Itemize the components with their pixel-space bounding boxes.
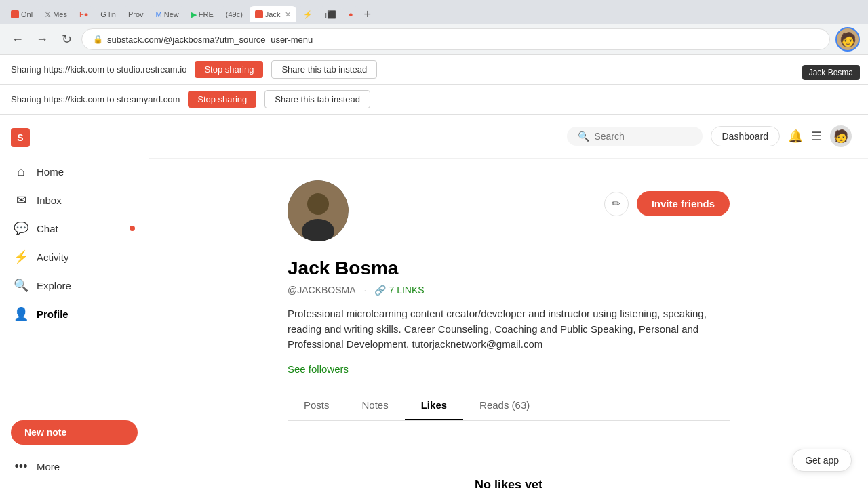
tab-8[interactable]: (49c) xyxy=(220,6,248,22)
tab-3[interactable]: F● xyxy=(74,6,94,22)
top-bar: 🔍 Dashboard 🔔 ☰ 🧑 xyxy=(149,115,868,159)
share-tab-button-2[interactable]: Share this tab instead xyxy=(264,90,370,108)
sidebar-item-explore[interactable]: 🔍 Explore xyxy=(0,271,149,300)
dashboard-button[interactable]: Dashboard xyxy=(711,126,781,146)
sharing-bar-2: Sharing https://kick.com to streamyard.c… xyxy=(0,85,868,115)
tab-posts[interactable]: Posts xyxy=(288,391,346,420)
sidebar: S ⌂ Home ✉ Inbox 💬 Chat ⚡ Activity 🔍 xyxy=(0,115,149,488)
search-box[interactable]: 🔍 xyxy=(567,127,703,146)
tab-7[interactable]: ▶FRE xyxy=(186,6,219,22)
sidebar-item-explore-label: Explore xyxy=(37,280,71,291)
sidebar-item-chat[interactable]: 💬 Chat xyxy=(0,214,149,243)
explore-icon: 🔍 xyxy=(14,278,28,293)
home-icon: ⌂ xyxy=(14,165,28,179)
tab-5[interactable]: Prov xyxy=(123,6,149,22)
stop-sharing-button-1[interactable]: Stop sharing xyxy=(195,61,263,78)
profile-tabs: Posts Notes Likes Reads (63) xyxy=(288,391,730,421)
tab-6[interactable]: MNew xyxy=(151,6,184,22)
tab-more1[interactable]: ⚡ xyxy=(298,6,318,22)
more-label: More xyxy=(37,461,60,472)
profile-name: Jack Bosma xyxy=(288,258,730,279)
logo-letter: S xyxy=(17,132,23,143)
sidebar-item-more[interactable]: ••• More xyxy=(0,453,149,481)
browser-chrome: Onl 𝕏 Mes F● G lin Prov MNew ▶FRE (49c) … xyxy=(0,0,868,55)
sidebar-item-activity-label: Activity xyxy=(37,251,69,263)
tab-2[interactable]: 𝕏 Mes xyxy=(39,6,73,22)
sidebar-logo: S xyxy=(0,123,149,158)
profile-icon: 👤 xyxy=(14,306,28,321)
profile-meta: @JACKBOSMA · 🔗 7 LINKS xyxy=(288,285,730,296)
chat-notification-dot xyxy=(130,226,135,231)
svg-point-1 xyxy=(307,193,329,215)
inbox-icon: ✉ xyxy=(14,192,28,207)
main-content: 🔍 Dashboard 🔔 ☰ 🧑 xyxy=(149,115,868,488)
sidebar-item-inbox-label: Inbox xyxy=(37,195,62,206)
user-avatar[interactable]: 🧑 xyxy=(830,125,852,147)
logo-icon: S xyxy=(11,128,30,147)
sidebar-item-activity[interactable]: ⚡ Activity xyxy=(0,243,149,271)
app-layout: S ⌂ Home ✉ Inbox 💬 Chat ⚡ Activity 🔍 xyxy=(0,115,868,488)
chrome-avatar[interactable]: 🧑 xyxy=(835,27,860,52)
avatar-image xyxy=(288,180,349,241)
address-bar[interactable]: 🔒 substack.com/@jackbosma?utm_source=use… xyxy=(81,28,830,50)
tab-active[interactable]: Jack ✕ xyxy=(250,6,297,22)
chrome-user-area: 🧑 Jack Bosma xyxy=(835,27,860,52)
new-tab-button[interactable]: + xyxy=(360,7,376,22)
more-icon: ••• xyxy=(14,460,28,474)
empty-title: No likes yet xyxy=(304,478,713,489)
tabs-area: Onl 𝕏 Mes F● G lin Prov MNew ▶FRE (49c) … xyxy=(5,6,359,22)
activity-icon: ⚡ xyxy=(14,249,28,264)
empty-state: No likes yet Your likes will appear here… xyxy=(288,437,730,489)
user-tooltip: Jack Bosma xyxy=(802,65,860,80)
sidebar-item-profile[interactable]: 👤 Profile xyxy=(0,300,149,328)
sidebar-item-home-label: Home xyxy=(37,166,64,178)
share-tab-button-1[interactable]: Share this tab instead xyxy=(271,60,377,79)
profile-links[interactable]: 🔗 7 LINKS xyxy=(374,285,424,296)
stop-sharing-button-2[interactable]: Stop sharing xyxy=(188,91,256,108)
tab-reads[interactable]: Reads (63) xyxy=(463,391,546,420)
tab-notes[interactable]: Notes xyxy=(346,391,405,420)
avatar-svg xyxy=(288,180,349,241)
sharing-message-2: Sharing https://kick.com to streamyard.c… xyxy=(11,94,180,104)
sidebar-nav: ⌂ Home ✉ Inbox 💬 Chat ⚡ Activity 🔍 Explo… xyxy=(0,158,149,412)
new-note-button[interactable]: New note xyxy=(11,420,138,445)
profile-actions: ✏ Invite friends xyxy=(604,191,730,216)
menu-button[interactable]: ☰ xyxy=(811,129,822,144)
active-tab-title: Jack xyxy=(265,10,281,18)
profile-header: ✏ Invite friends xyxy=(288,180,730,241)
address-text: substack.com/@jackbosma?utm_source=user-… xyxy=(107,35,313,45)
sidebar-item-chat-label: Chat xyxy=(37,223,58,235)
search-icon: 🔍 xyxy=(578,131,589,142)
profile-bio: Professional microlearning content creat… xyxy=(288,306,730,352)
get-app-button[interactable]: Get app xyxy=(792,449,852,472)
nav-bar: ← → ↻ 🔒 substack.com/@jackbosma?utm_sour… xyxy=(0,24,868,54)
edit-profile-button[interactable]: ✏ xyxy=(604,192,629,216)
back-button[interactable]: ← xyxy=(8,30,27,49)
profile-avatar xyxy=(288,180,349,241)
sharing-bar-1: Sharing https://kick.com to studio.restr… xyxy=(0,55,868,85)
meta-divider: · xyxy=(364,285,367,296)
link-icon: 🔗 xyxy=(374,285,386,296)
forward-button[interactable]: → xyxy=(33,30,52,49)
tab-more3[interactable]: ● xyxy=(343,6,359,22)
tab-bar: Onl 𝕏 Mes F● G lin Prov MNew ▶FRE (49c) … xyxy=(0,0,868,24)
sidebar-item-home[interactable]: ⌂ Home xyxy=(0,158,149,186)
sidebar-item-profile-label: Profile xyxy=(37,308,68,320)
see-followers-link[interactable]: See followers xyxy=(288,363,349,375)
tab-likes[interactable]: Likes xyxy=(405,391,463,420)
chat-icon: 💬 xyxy=(14,221,28,236)
profile-section: ✏ Invite friends Jack Bosma @JACKBOSMA ·… xyxy=(271,159,746,488)
bell-button[interactable]: 🔔 xyxy=(788,129,803,144)
sidebar-item-inbox[interactable]: ✉ Inbox xyxy=(0,186,149,214)
reload-button[interactable]: ↻ xyxy=(57,30,76,49)
tab-4[interactable]: G lin xyxy=(95,6,121,22)
invite-friends-button[interactable]: Invite friends xyxy=(637,191,730,216)
search-input[interactable] xyxy=(595,131,692,142)
tab-1[interactable]: Onl xyxy=(5,6,38,22)
profile-handle: @JACKBOSMA xyxy=(288,285,356,296)
links-label: 7 LINKS xyxy=(389,285,424,296)
tab-more2[interactable]: j⬛ xyxy=(319,6,341,22)
sharing-message-1: Sharing https://kick.com to studio.restr… xyxy=(11,64,186,75)
